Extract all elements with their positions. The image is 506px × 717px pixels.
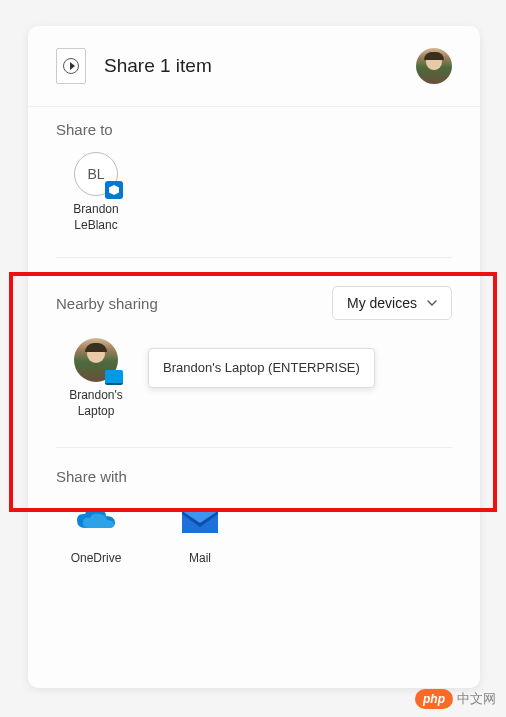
- onedrive-icon: [75, 499, 117, 541]
- app-onedrive[interactable]: OneDrive: [56, 499, 136, 567]
- contact-initials: BL: [87, 166, 104, 182]
- watermark-badge: php: [415, 689, 453, 709]
- app-mail[interactable]: Mail: [160, 499, 240, 567]
- share-to-section: Share to BL Brandon LeBlanc: [28, 107, 480, 257]
- watermark-text: 中文网: [457, 690, 496, 708]
- nearby-scope-dropdown[interactable]: My devices: [332, 286, 452, 320]
- outlook-icon: [105, 181, 123, 199]
- mail-icon: [179, 499, 221, 541]
- device-item[interactable]: Brandon's Laptop: [56, 338, 136, 419]
- share-panel: Share 1 item Share to BL Brandon LeBlanc…: [28, 26, 480, 688]
- nearby-header: Nearby sharing My devices: [28, 258, 480, 338]
- device-tooltip: Brandon's Laptop (ENTERPRISE): [148, 348, 375, 388]
- chevron-down-icon: [427, 298, 437, 308]
- header: Share 1 item: [28, 26, 480, 107]
- contact-avatar-initials: BL: [74, 152, 118, 196]
- laptop-icon: [105, 370, 123, 385]
- nearby-label: Nearby sharing: [56, 295, 158, 312]
- share-with-label: Share with: [56, 468, 452, 485]
- contact-item[interactable]: BL Brandon LeBlanc: [56, 152, 136, 233]
- share-to-label: Share to: [56, 121, 452, 138]
- device-avatar: [74, 338, 118, 382]
- panel-title: Share 1 item: [104, 55, 416, 77]
- file-video-icon: [56, 48, 86, 84]
- share-with-section: Share with OneDrive: [28, 448, 480, 603]
- contact-name: Brandon LeBlanc: [56, 202, 136, 233]
- user-avatar[interactable]: [416, 48, 452, 84]
- app-label: Mail: [189, 551, 211, 567]
- contacts-list: BL Brandon LeBlanc: [56, 152, 452, 249]
- apps-list: OneDrive Mail: [56, 499, 452, 583]
- watermark: php 中文网: [415, 689, 496, 709]
- device-name: Brandon's Laptop: [56, 388, 136, 419]
- app-label: OneDrive: [71, 551, 122, 567]
- devices-list: Brandon's Laptop Brandon's Laptop (ENTER…: [28, 338, 480, 447]
- dropdown-value: My devices: [347, 295, 417, 311]
